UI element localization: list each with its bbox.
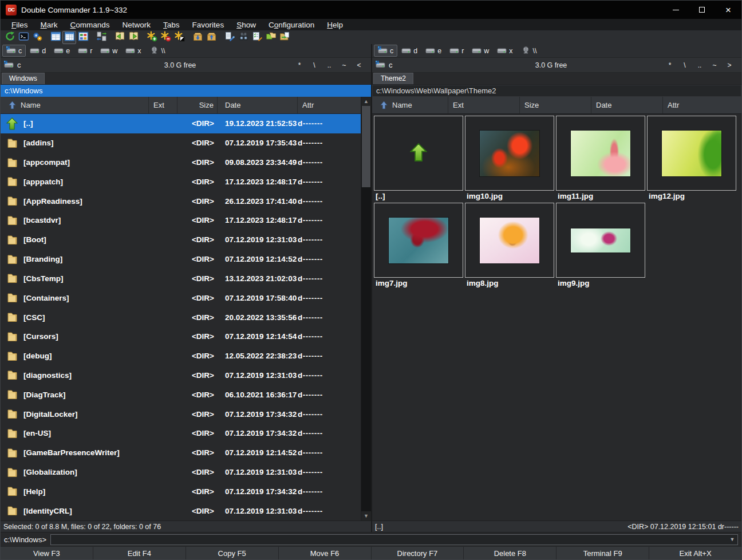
close-button[interactable]: × bbox=[715, 1, 741, 19]
menu-item-configuration[interactable]: Configuration bbox=[262, 21, 321, 29]
file-row[interactable]: [diagnostics]<DIR>07.12.2019 12:31:03d--… bbox=[1, 366, 361, 385]
file-row[interactable]: [en-US]<DIR>07.12.2019 17:34:32d------- bbox=[1, 424, 361, 443]
drive-button-network[interactable]: \\ bbox=[517, 45, 541, 57]
menu-item-files[interactable]: Files bbox=[5, 21, 34, 29]
tab-theme2[interactable]: Theme2 bbox=[373, 73, 413, 84]
file-row[interactable]: [bcastdvr]<DIR>17.12.2023 12:48:17d-----… bbox=[1, 211, 361, 230]
home-dir-button[interactable]: ~ bbox=[708, 61, 721, 70]
other-panel-dir-button[interactable]: > bbox=[723, 61, 736, 70]
drive-button-e[interactable]: e bbox=[50, 45, 74, 57]
dir-forward-button[interactable] bbox=[127, 31, 140, 44]
fn-button-copy-f5[interactable]: Copy F5 bbox=[186, 547, 278, 559]
drive-button-x[interactable]: x bbox=[121, 45, 145, 57]
fn-button-move-f6[interactable]: Move F6 bbox=[279, 547, 371, 559]
root-dir-button[interactable]: \ bbox=[678, 61, 691, 70]
scrollbar-track[interactable] bbox=[361, 106, 371, 511]
thumbnail-cell[interactable] bbox=[374, 116, 463, 191]
left-path-bar[interactable]: c:\Windows bbox=[1, 85, 371, 97]
compare-button[interactable] bbox=[223, 31, 236, 44]
menu-item-tabs[interactable]: Tabs bbox=[157, 21, 186, 29]
column-header-name[interactable]: Name bbox=[1, 97, 149, 113]
fn-button-terminal-f9[interactable]: Terminal F9 bbox=[556, 547, 649, 559]
column-header-attr[interactable]: Attr bbox=[298, 97, 361, 113]
search-button[interactable] bbox=[236, 31, 250, 44]
command-input[interactable] bbox=[51, 535, 727, 545]
view-thumbnails-button[interactable] bbox=[76, 31, 90, 44]
file-row[interactable]: [..]<DIR>19.12.2023 21:52:53d------- bbox=[1, 114, 361, 133]
fn-button-view-f3[interactable]: View F3 bbox=[1, 547, 93, 559]
unselect-group-button[interactable] bbox=[159, 31, 172, 44]
tab-windows[interactable]: Windows bbox=[2, 73, 45, 84]
drive-button-w[interactable]: w bbox=[468, 45, 493, 57]
menu-item-commands[interactable]: Commands bbox=[64, 21, 116, 29]
scrollbar-up-icon[interactable]: ▲ bbox=[361, 97, 371, 106]
root-asterisk-button[interactable]: * bbox=[293, 61, 306, 70]
right-path-bar[interactable]: c:\Windows\Web\Wallpaper\Theme2 bbox=[372, 85, 741, 97]
dir-back-button[interactable] bbox=[113, 31, 127, 44]
options-button[interactable] bbox=[30, 31, 44, 44]
file-row[interactable]: [debug]<DIR>12.05.2022 22:38:23d------- bbox=[1, 346, 361, 366]
unpack-button[interactable] bbox=[204, 31, 218, 44]
menu-item-favorites[interactable]: Favorites bbox=[186, 21, 231, 29]
file-row[interactable]: [Help]<DIR>07.12.2019 17:34:32d------- bbox=[1, 482, 361, 501]
drive-button-r[interactable]: r bbox=[445, 45, 468, 57]
fn-button-exit-alt-x[interactable]: Exit Alt+X bbox=[649, 547, 741, 559]
sync-dirs-button[interactable] bbox=[264, 31, 278, 44]
multi-rename-button[interactable] bbox=[250, 31, 264, 44]
fn-button-directory-f7[interactable]: Directory F7 bbox=[372, 547, 464, 559]
file-row[interactable]: [DiagTrack]<DIR>06.10.2021 16:36:17d----… bbox=[1, 385, 361, 404]
column-header-date[interactable]: Date bbox=[218, 97, 298, 113]
right-current-drive[interactable]: c bbox=[376, 61, 439, 70]
file-row[interactable]: [Branding]<DIR>07.12.2019 12:14:52d-----… bbox=[1, 250, 361, 269]
file-row[interactable]: [apppatch]<DIR>17.12.2023 12:48:17d-----… bbox=[1, 172, 361, 191]
parent-dir-button[interactable]: .. bbox=[693, 61, 706, 70]
file-row[interactable]: [IdentityCRL]<DIR>07.12.2019 12:31:03d--… bbox=[1, 501, 361, 520]
column-header-date[interactable]: Date bbox=[591, 97, 663, 113]
scrollbar-down-icon[interactable]: ▼ bbox=[361, 511, 371, 520]
terminal-button[interactable] bbox=[17, 31, 30, 44]
file-row[interactable]: [CSC]<DIR>20.02.2022 13:35:56d------- bbox=[1, 307, 361, 327]
drive-button-d[interactable]: d bbox=[397, 45, 421, 57]
properties-button[interactable] bbox=[278, 31, 291, 44]
select-group-button[interactable] bbox=[145, 31, 159, 44]
column-header-size[interactable]: Size bbox=[177, 97, 218, 113]
command-history-dropdown-icon[interactable]: ▼ bbox=[727, 535, 737, 545]
thumbnail-cell[interactable] bbox=[556, 203, 645, 278]
fn-button-delete-f8[interactable]: Delete F8 bbox=[464, 547, 556, 559]
drive-button-x[interactable]: x bbox=[493, 45, 516, 57]
pack-button[interactable] bbox=[191, 31, 204, 44]
thumbnail-cell[interactable] bbox=[647, 116, 736, 191]
file-row[interactable]: [DigitalLocker]<DIR>07.12.2019 17:34:32d… bbox=[1, 404, 361, 424]
home-dir-button[interactable]: ~ bbox=[338, 61, 350, 70]
maximize-button[interactable] bbox=[689, 1, 715, 19]
drive-button-network[interactable]: \\ bbox=[145, 45, 169, 57]
thumbnail-cell[interactable] bbox=[556, 116, 645, 191]
file-row[interactable]: [addins]<DIR>07.12.2019 17:35:43d------- bbox=[1, 133, 361, 153]
drive-button-w[interactable]: w bbox=[96, 45, 121, 57]
file-row[interactable]: [Boot]<DIR>07.12.2019 12:31:03d------- bbox=[1, 230, 361, 250]
menu-item-show[interactable]: Show bbox=[230, 21, 262, 29]
minimize-button[interactable] bbox=[662, 1, 689, 19]
column-header-size[interactable]: Size bbox=[520, 97, 591, 113]
menu-item-help[interactable]: Help bbox=[321, 21, 349, 29]
file-row[interactable]: [appcompat]<DIR>09.08.2023 23:34:49d----… bbox=[1, 153, 361, 172]
left-scrollbar[interactable]: ▲ ▼ bbox=[361, 97, 371, 520]
file-row[interactable]: [Cursors]<DIR>07.12.2019 12:14:54d------… bbox=[1, 327, 361, 346]
column-header-name[interactable]: Name bbox=[372, 97, 448, 113]
swap-panels-button[interactable] bbox=[94, 31, 108, 44]
thumbnail-cell[interactable] bbox=[465, 203, 554, 278]
refresh-button[interactable] bbox=[3, 31, 17, 44]
thumbnail-cell[interactable] bbox=[374, 203, 463, 278]
fn-button-edit-f4[interactable]: Edit F4 bbox=[93, 547, 186, 559]
file-row[interactable]: [Globalization]<DIR>07.12.2019 12:31:03d… bbox=[1, 463, 361, 482]
file-row[interactable]: [GameBarPresenceWriter]<DIR>07.12.2019 1… bbox=[1, 443, 361, 463]
drive-button-r[interactable]: r bbox=[74, 45, 96, 57]
invert-selection-button[interactable] bbox=[172, 31, 186, 44]
root-asterisk-button[interactable]: * bbox=[664, 61, 676, 70]
file-row[interactable]: [Containers]<DIR>07.12.2019 17:58:40d---… bbox=[1, 288, 361, 307]
left-current-drive[interactable]: c bbox=[4, 61, 67, 70]
drive-button-c[interactable]: c bbox=[374, 45, 397, 57]
scrollbar-thumb[interactable] bbox=[362, 106, 370, 187]
other-panel-dir-button[interactable]: < bbox=[353, 61, 365, 70]
column-header-attr[interactable]: Attr bbox=[663, 97, 741, 113]
